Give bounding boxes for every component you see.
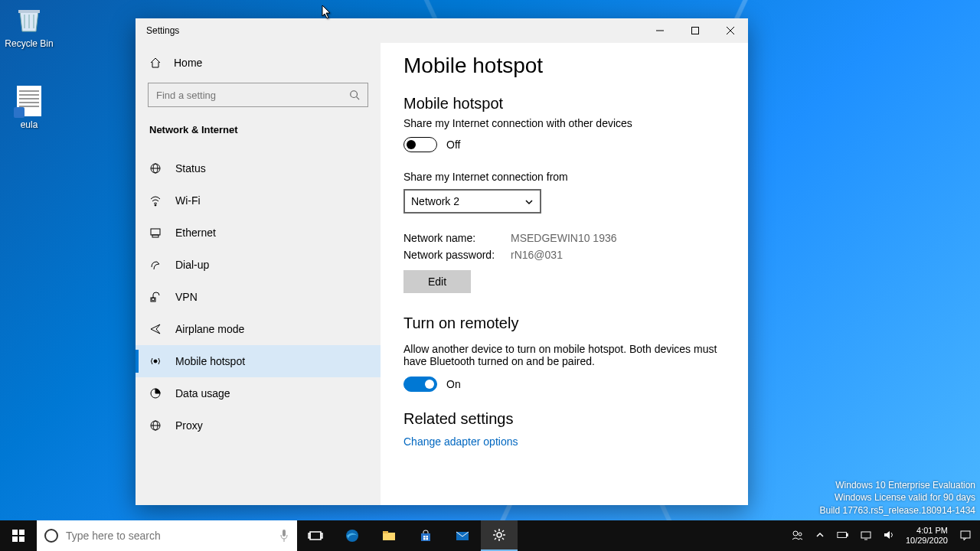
volume-icon[interactable]	[883, 529, 895, 543]
sidebar-item-label: Status	[175, 162, 206, 174]
sidebar-item-wifi[interactable]: Wi-Fi	[136, 184, 381, 217]
svg-rect-11	[152, 235, 158, 237]
svg-rect-33	[426, 538, 429, 540]
taskbar-search[interactable]	[37, 520, 297, 551]
svg-rect-29	[383, 531, 388, 533]
remote-toggle[interactable]	[403, 377, 437, 392]
share-from-dropdown[interactable]: Network 2	[403, 189, 541, 214]
sidebar-item-airplane[interactable]: Airplane mode	[136, 313, 381, 345]
clock-time: 4:01 PM	[906, 526, 948, 536]
desktop-icon-label: Recycle Bin	[0, 38, 58, 49]
svg-rect-23	[283, 530, 286, 536]
sidebar-item-proxy[interactable]: Proxy	[136, 409, 381, 442]
sidebar-item-status[interactable]: Status	[136, 152, 381, 184]
network-name-value: MSEDGEWIN10 1936	[511, 232, 617, 244]
sidebar-item-label: Wi-Fi	[175, 194, 201, 207]
proxy-icon	[149, 419, 162, 432]
taskbar-search-input[interactable]	[66, 530, 271, 542]
close-button[interactable]	[713, 18, 748, 43]
svg-rect-32	[423, 538, 426, 540]
svg-point-9	[155, 204, 156, 206]
cortana-icon	[44, 529, 58, 543]
svg-point-35	[497, 533, 501, 537]
svg-rect-38	[838, 532, 847, 537]
remote-heading: Turn on remotely	[403, 315, 725, 332]
airplane-icon	[149, 323, 162, 335]
hotspot-heading: Mobile hotspot	[403, 95, 725, 112]
battery-icon[interactable]	[837, 529, 849, 543]
svg-rect-40	[861, 532, 871, 538]
taskbar-clock[interactable]: 4:01 PM 10/29/2020	[906, 526, 948, 546]
svg-rect-31	[426, 536, 429, 538]
home-button[interactable]: Home	[136, 49, 381, 77]
network-password-value: rN16@031	[511, 249, 563, 261]
mouse-cursor	[322, 5, 332, 20]
svg-point-37	[799, 533, 802, 536]
related-heading: Related settings	[403, 410, 725, 428]
svg-point-14	[154, 360, 157, 363]
mic-icon	[279, 529, 289, 543]
sidebar-item-label: VPN	[175, 291, 198, 303]
taskbar-app-edge[interactable]	[334, 520, 371, 551]
dropdown-value: Network 2	[411, 195, 459, 207]
edit-button[interactable]: Edit	[403, 270, 471, 293]
taskbar-app-mail[interactable]	[444, 520, 481, 551]
taskbar-app-store[interactable]	[407, 520, 444, 551]
search-icon	[349, 90, 360, 100]
settings-search[interactable]	[148, 83, 368, 107]
taskbar-app-settings[interactable]	[481, 520, 518, 551]
recycle-bin-icon	[13, 3, 45, 35]
sidebar-item-dialup[interactable]: Dial-up	[136, 249, 381, 281]
chevron-down-icon	[524, 197, 534, 206]
minimize-button[interactable]	[642, 18, 678, 43]
svg-line-5	[357, 97, 360, 100]
people-icon[interactable]	[791, 529, 803, 543]
clock-date: 10/29/2020	[906, 536, 948, 546]
ethernet-icon	[149, 227, 162, 239]
desktop-icon-eula[interactable]: eula	[0, 86, 58, 130]
network-tray-icon[interactable]	[860, 529, 872, 543]
sidebar-item-ethernet[interactable]: Ethernet	[136, 217, 381, 249]
tray-chevron-icon[interactable]	[814, 529, 826, 543]
action-center-icon[interactable]	[959, 520, 972, 551]
svg-rect-26	[321, 533, 322, 538]
hotspot-toggle[interactable]	[403, 137, 437, 152]
start-button[interactable]	[0, 520, 37, 551]
hotspot-icon	[149, 355, 162, 367]
text-file-icon	[17, 86, 41, 116]
window-title: Settings	[136, 25, 179, 36]
titlebar[interactable]: Settings	[136, 18, 748, 43]
status-icon	[149, 162, 162, 174]
settings-search-input[interactable]	[156, 90, 349, 101]
category-header: Network & Internet	[136, 119, 381, 146]
svg-rect-19	[12, 530, 18, 535]
sidebar-item-vpn[interactable]: VPN	[136, 281, 381, 313]
svg-point-12	[152, 298, 155, 301]
svg-rect-30	[423, 536, 426, 538]
maximize-button[interactable]	[678, 18, 713, 43]
windows-watermark: Windows 10 Enterprise Evaluation Windows…	[820, 479, 976, 517]
desktop-icon-recycle-bin[interactable]: Recycle Bin	[0, 3, 58, 49]
svg-rect-24	[310, 532, 321, 540]
svg-point-4	[351, 91, 358, 98]
svg-point-36	[793, 531, 798, 536]
svg-rect-22	[19, 536, 24, 542]
svg-rect-10	[151, 229, 160, 235]
home-icon	[149, 57, 162, 69]
system-tray[interactable]: 4:01 PM 10/29/2020	[783, 520, 980, 551]
share-from-label: Share my Internet connection from	[403, 171, 725, 183]
remote-description: Allow another device to turn on mobile h…	[403, 343, 725, 367]
hotspot-sub: Share my Internet connection with other …	[403, 117, 725, 129]
task-view-button[interactable]	[297, 520, 334, 551]
settings-sidebar: Home Network & Internet Status Wi-Fi Eth…	[136, 43, 381, 505]
desktop-icon-label: eula	[0, 119, 58, 130]
sidebar-item-datausage[interactable]: Data usage	[136, 377, 381, 409]
sidebar-item-label: Dial-up	[175, 259, 209, 271]
sidebar-item-hotspot[interactable]: Mobile hotspot	[136, 345, 381, 377]
sidebar-item-label: Proxy	[175, 419, 203, 432]
network-name-label: Network name:	[403, 232, 511, 244]
svg-rect-20	[19, 530, 24, 535]
taskbar-app-explorer[interactable]	[371, 520, 407, 551]
change-adapter-link[interactable]: Change adapter options	[403, 435, 725, 448]
taskbar: 4:01 PM 10/29/2020	[0, 520, 980, 551]
